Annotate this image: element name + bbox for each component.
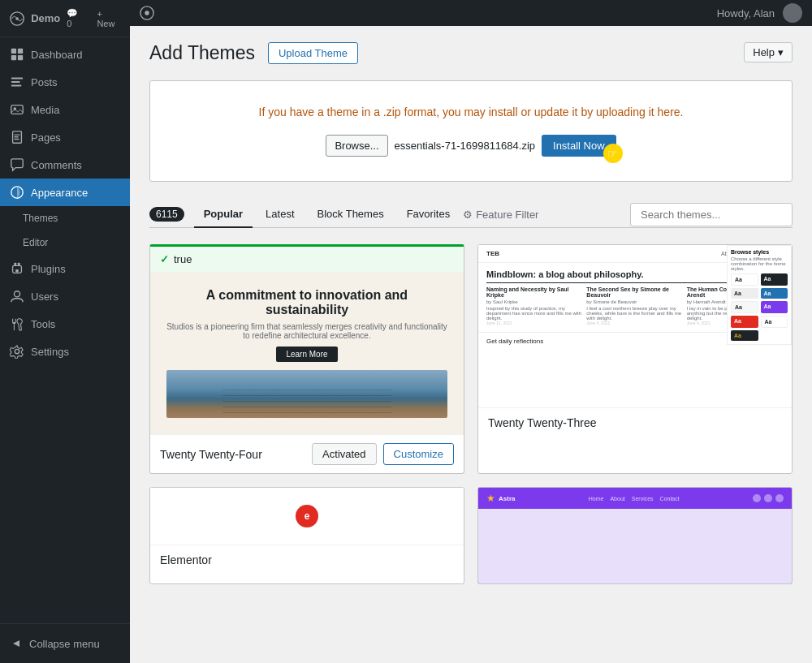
content-area: Add Themes Upload Theme Help ▾ If you ha… — [130, 26, 812, 663]
theme-card-twenty-twenty-three: TEB About Books All Posts Mindblown: a b… — [477, 244, 793, 474]
avatar — [783, 3, 802, 23]
sidebar-item-media[interactable]: Media — [0, 96, 130, 123]
comment-icon[interactable]: 💬 0 — [67, 8, 84, 28]
style-swatch-4[interactable]: Aa — [761, 288, 788, 299]
theme-count-badge: 6115 — [149, 207, 184, 222]
theme-tagline: A commitment to innovation and sustainab… — [166, 288, 447, 317]
elementor-badge: e — [296, 505, 318, 527]
tab-block-themes[interactable]: Block Themes — [308, 201, 394, 228]
style-swatch-9[interactable]: Aa — [731, 330, 758, 341]
sidebar-item-label: Media — [31, 104, 59, 116]
search-input[interactable] — [630, 203, 793, 226]
tab-favorites[interactable]: Favorites — [397, 201, 460, 228]
themes-grid: ✓ true A commitment to innovation and su… — [149, 244, 793, 584]
page-title: Add Themes — [149, 42, 255, 64]
style-swatch-7[interactable]: Aa — [731, 316, 758, 328]
feature-filter-tab[interactable]: ⚙ Feature Filter — [463, 209, 538, 221]
sidebar-item-settings[interactable]: Settings — [0, 338, 130, 365]
sidebar-item-label: Tools — [31, 318, 55, 330]
svg-rect-8 — [11, 85, 22, 87]
chevron-down-icon: ▾ — [778, 46, 784, 58]
sidebar-item-dashboard[interactable]: Dashboard — [0, 41, 130, 68]
style-swatch-5[interactable]: Aa — [731, 301, 758, 313]
sidebar-item-label: Dashboard — [31, 49, 83, 61]
style-grid: Aa Aa Aa Aa Aa Aa Aa Aa Aa — [731, 273, 788, 341]
theme-footer-elementor: Elementor — [150, 545, 464, 575]
upload-panel: If you have a theme in a .zip format, yo… — [149, 80, 793, 182]
svg-rect-3 — [18, 49, 23, 54]
preview-col-1: Naming and Necessity by Saul Kripke by S… — [486, 286, 583, 325]
svg-point-23 — [15, 349, 19, 353]
file-name: essentials-71-1699811684.zip — [395, 140, 535, 152]
users-icon — [10, 289, 24, 304]
sidebar-item-label: Posts — [31, 76, 58, 88]
collapse-icon — [10, 637, 23, 650]
theme-name: Elementor — [160, 553, 212, 566]
astra-nav-links: Home About Services Contact — [589, 496, 680, 502]
astra-nav-about: About — [610, 496, 624, 502]
browse-button[interactable]: Browse... — [326, 135, 387, 157]
sidebar-item-tools[interactable]: Tools — [0, 310, 130, 338]
style-swatch-8[interactable]: Aa — [761, 316, 788, 328]
upload-theme-button[interactable]: Upload Theme — [268, 42, 358, 64]
astra-star-icon: ★ — [486, 493, 495, 504]
sidebar-item-themes[interactable]: Themes — [0, 206, 130, 230]
svg-point-25 — [145, 11, 149, 15]
style-swatch-6[interactable]: Aa — [761, 301, 788, 313]
sidebar-item-label: Plugins — [31, 263, 66, 275]
tools-icon — [10, 316, 24, 331]
sidebar-item-users[interactable]: Users — [0, 282, 130, 310]
upload-controls: Browse... essentials-71-1699811684.zip I… — [175, 135, 767, 157]
browse-styles-label: Browse styles — [731, 249, 788, 255]
theme-name: Twenty Twenty-Four — [160, 448, 262, 461]
check-icon: ✓ — [160, 253, 169, 265]
sidebar-item-plugins[interactable]: Plugins — [0, 255, 130, 282]
help-button[interactable]: Help ▾ — [744, 42, 793, 62]
sidebar-item-label: Settings — [31, 346, 69, 358]
sidebar-logo[interactable]: Demo 💬 0 + New — [0, 0, 130, 37]
svg-rect-21 — [13, 322, 16, 324]
page-header: Add Themes Upload Theme Help ▾ — [149, 42, 793, 64]
theme-card-astra: ★ Astra Home About Services Contact — [477, 487, 793, 584]
customize-button[interactable]: Customize — [383, 443, 454, 465]
style-swatch-2[interactable]: Aa — [761, 273, 788, 286]
upload-info-text: If you have a theme in a .zip format, yo… — [175, 105, 767, 118]
social-icon-1 — [753, 494, 761, 502]
new-menu[interactable]: + New — [97, 9, 120, 28]
collapse-menu-button[interactable]: Collapse menu — [0, 631, 130, 657]
sidebar: Demo 💬 0 + New Dashboard Posts Media Pag… — [0, 0, 130, 663]
sidebar-item-label: Comments — [31, 159, 82, 171]
sidebar-item-label: Appearance — [31, 187, 88, 199]
sidebar-item-posts[interactable]: Posts — [0, 68, 130, 96]
social-icon-2 — [764, 494, 772, 502]
sidebar-item-label: Users — [31, 291, 58, 303]
tab-latest[interactable]: Latest — [256, 201, 304, 228]
theme-tabs: 6115 Popular Latest Block Themes Favorit… — [149, 201, 793, 228]
tab-popular[interactable]: Popular — [194, 201, 253, 228]
astra-nav-home: Home — [589, 496, 604, 502]
sidebar-item-comments[interactable]: Comments — [0, 151, 130, 179]
installed-banner: ✓ true — [150, 247, 464, 272]
admin-bar: Howdy, Alan — [130, 0, 812, 26]
install-now-button[interactable]: Install Now ☞ — [542, 135, 616, 157]
astra-nav-services: Services — [632, 496, 654, 502]
style-swatch-1[interactable]: Aa — [731, 273, 758, 286]
settings-icon — [10, 344, 24, 359]
astra-logo-text: Astra — [499, 495, 515, 502]
preview-col-2: The Second Sex by Simone de Beauvoir by … — [586, 286, 683, 325]
style-swatch-3[interactable]: Aa — [731, 288, 758, 299]
preview-2024-content: A commitment to innovation and sustainab… — [150, 272, 464, 434]
styles-description: Choose a different style combination for… — [731, 256, 788, 271]
site-name: Demo — [31, 12, 60, 24]
theme-subline: Studios is a pioneering firm that seamle… — [166, 322, 447, 340]
main-content: Howdy, Alan Add Themes Upload Theme Help… — [130, 0, 812, 663]
social-icon-3 — [775, 494, 784, 502]
sidebar-item-appearance[interactable]: Appearance — [0, 179, 130, 206]
sidebar-item-editor[interactable]: Editor — [0, 230, 130, 255]
astra-nav: ★ Astra Home About Services Contact — [478, 488, 792, 509]
plugins-icon — [10, 261, 24, 276]
admin-bar-right: Howdy, Alan — [717, 3, 802, 23]
astra-logo: ★ Astra — [486, 493, 515, 504]
sidebar-item-pages[interactable]: Pages — [0, 123, 130, 151]
theme-footer-2023: Twenty Twenty-Three — [478, 407, 792, 437]
